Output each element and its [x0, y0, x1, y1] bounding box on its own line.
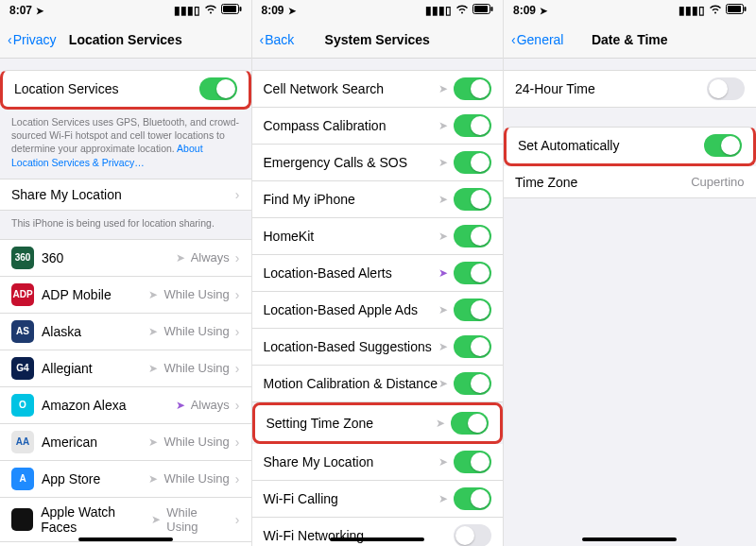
service-row[interactable]: Cell Network Search➤ — [252, 70, 504, 108]
service-toggle[interactable] — [454, 77, 491, 100]
nav-bar: ‹ Back System Services — [252, 21, 504, 59]
service-row[interactable]: Motion Calibration & Distance➤ — [252, 366, 504, 402]
services-list: Cell Network Search➤Compass Calibration➤… — [252, 70, 504, 546]
status-time: 8:09 — [513, 4, 536, 17]
service-row[interactable]: Location-Based Apple Ads➤ — [252, 292, 504, 329]
chevron-right-icon: › — [235, 471, 240, 486]
service-toggle[interactable] — [454, 451, 491, 473]
service-toggle[interactable] — [454, 524, 491, 546]
battery-icon — [221, 4, 242, 17]
service-name: Location-Based Apple Ads — [264, 302, 418, 317]
chevron-right-icon: › — [235, 512, 240, 527]
service-row[interactable]: HomeKit➤ — [252, 218, 504, 255]
service-row[interactable]: Wi-Fi Networking — [252, 518, 504, 546]
page-title: Date & Time — [592, 32, 668, 47]
set-automatically-row[interactable]: Set Automatically — [504, 127, 756, 166]
24-hour-time-label: 24-Hour Time — [515, 81, 595, 96]
battery-icon — [726, 4, 747, 17]
location-services-toggle[interactable] — [199, 77, 237, 100]
time-zone-label: Time Zone — [515, 175, 577, 190]
24-hour-time-row[interactable]: 24-Hour Time — [504, 70, 756, 108]
svg-rect-5 — [491, 7, 493, 11]
location-arrow-icon: ➤ — [288, 6, 296, 16]
app-icon: 360 — [11, 247, 34, 269]
app-status: While Using — [163, 324, 229, 338]
app-row[interactable]: Apple Watch Faces➤While Using› — [0, 498, 251, 542]
service-row[interactable]: Compass Calibration➤ — [252, 108, 504, 145]
share-my-location-label: Share My Location — [11, 187, 122, 202]
app-row[interactable]: 360360➤Always› — [0, 239, 251, 277]
location-arrow-icon: ➤ — [148, 362, 158, 375]
service-toggle[interactable] — [454, 299, 491, 321]
home-indicator[interactable] — [582, 537, 677, 541]
back-button[interactable]: ‹ Back — [260, 32, 295, 47]
service-row[interactable]: Wi-Fi Calling➤ — [252, 481, 504, 518]
back-label: Back — [265, 32, 294, 47]
app-name: Apple Watch Faces — [41, 504, 151, 535]
service-row[interactable]: Location-Based Suggestions➤ — [252, 329, 504, 366]
svg-rect-4 — [474, 6, 488, 12]
share-location-footer: This iPhone is being used for location s… — [0, 211, 251, 239]
location-arrow-icon: ➤ — [176, 399, 185, 412]
service-toggle[interactable] — [451, 412, 489, 435]
time-zone-row[interactable]: Time Zone Cupertino — [504, 166, 756, 198]
location-arrow-icon: ➤ — [438, 230, 448, 243]
chevron-right-icon: › — [235, 361, 240, 376]
back-button[interactable]: ‹ General — [511, 32, 563, 47]
page-title: System Services — [325, 32, 430, 47]
home-indicator[interactable] — [78, 537, 173, 541]
service-toggle[interactable] — [454, 262, 491, 284]
location-arrow-icon: ➤ — [438, 119, 448, 132]
location-arrow-icon: ➤ — [148, 472, 158, 486]
service-row[interactable]: Emergency Calls & SOS➤ — [252, 145, 504, 181]
wifi-icon — [455, 4, 469, 17]
service-name: Share My Location — [264, 454, 374, 469]
location-arrow-icon: ➤ — [438, 193, 448, 206]
location-arrow-icon: ➤ — [176, 251, 185, 264]
location-arrow-icon: ➤ — [438, 82, 448, 95]
service-toggle[interactable] — [454, 188, 491, 211]
service-toggle[interactable] — [454, 487, 491, 510]
location-services-row[interactable]: Location Services — [0, 70, 251, 110]
service-row[interactable]: Location-Based Alerts➤ — [252, 255, 504, 292]
service-row[interactable]: Find My iPhone➤ — [252, 181, 504, 218]
location-arrow-icon: ➤ — [438, 492, 448, 505]
back-label: Privacy — [13, 32, 57, 47]
service-name: Setting Time Zone — [266, 416, 374, 431]
service-toggle[interactable] — [454, 335, 491, 358]
app-row[interactable]: AVISAvis➤While Using› — [0, 542, 251, 546]
share-my-location-row[interactable]: Share My Location › — [0, 179, 251, 211]
apps-list: 360360➤Always›ADPADP Mobile➤While Using›… — [0, 239, 251, 546]
wifi-icon — [709, 4, 722, 17]
app-row[interactable]: G4Allegiant➤While Using› — [0, 350, 251, 387]
back-button[interactable]: ‹ Privacy — [8, 32, 57, 47]
location-arrow-icon: ➤ — [438, 266, 448, 280]
signal-icon: ▮▮▮▯ — [425, 4, 452, 17]
status-icons: ▮▮▮▯ — [174, 4, 242, 17]
service-row[interactable]: Setting Time Zone➤ — [252, 402, 504, 444]
service-row[interactable]: Share My Location➤ — [252, 444, 504, 481]
app-row[interactable]: OAmazon Alexa➤Always› — [0, 387, 251, 424]
service-name: Compass Calibration — [264, 118, 387, 133]
service-toggle[interactable] — [454, 372, 491, 395]
location-arrow-icon: ➤ — [540, 6, 547, 16]
svg-rect-7 — [728, 6, 741, 12]
svg-rect-2 — [239, 7, 241, 11]
app-row[interactable]: AAAmerican➤While Using› — [0, 424, 251, 461]
app-row[interactable]: ASAlaska➤While Using› — [0, 314, 251, 350]
app-row[interactable]: AApp Store➤While Using› — [0, 461, 251, 498]
app-row[interactable]: ADPADP Mobile➤While Using› — [0, 277, 251, 314]
wifi-icon — [204, 4, 217, 17]
set-automatically-toggle[interactable] — [704, 134, 742, 157]
app-name: Allegiant — [42, 361, 93, 376]
service-toggle[interactable] — [454, 225, 491, 247]
service-toggle[interactable] — [454, 114, 491, 137]
location-arrow-icon: ➤ — [36, 6, 43, 16]
chevron-right-icon: › — [235, 324, 240, 339]
app-icon: O — [11, 394, 34, 417]
service-name: HomeKit — [264, 229, 315, 244]
home-indicator[interactable] — [330, 537, 424, 541]
service-toggle[interactable] — [454, 151, 491, 174]
24-hour-toggle[interactable] — [707, 77, 745, 100]
app-status: While Using — [163, 435, 229, 449]
